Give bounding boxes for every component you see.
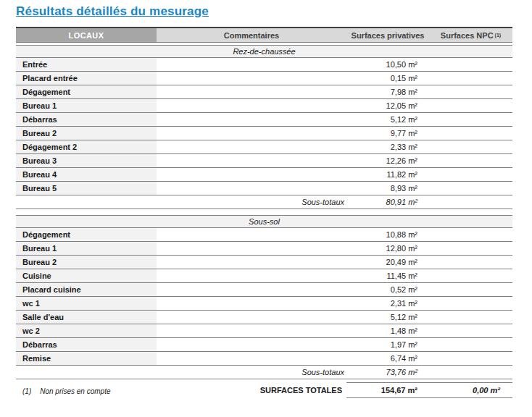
comment-cell xyxy=(157,140,346,153)
table-body: Rez-de-chausséeEntrée10,50 m²Placard ent… xyxy=(16,45,512,379)
room-label: Bureau 2 xyxy=(16,256,157,269)
comment-cell xyxy=(157,324,346,337)
surface-privative-value: 11,82 m² xyxy=(346,168,429,181)
room-label: Bureau 1 xyxy=(16,99,157,112)
comment-cell xyxy=(157,58,346,71)
table-row: Cuisine11,45 m² xyxy=(16,269,512,283)
surface-privative-value: 9,77 m² xyxy=(346,127,429,140)
subtotal-value: 80,91 m² xyxy=(346,195,429,208)
surface-npc-value xyxy=(429,283,512,296)
comment-cell xyxy=(157,256,346,269)
measurement-table: LOCAUX Commentaires Surfaces privatives … xyxy=(16,27,512,379)
surface-npc-value xyxy=(429,338,512,351)
comment-cell xyxy=(157,168,346,181)
surface-privative-value: 8,93 m² xyxy=(346,182,429,195)
column-header-surfaces-privatives: Surfaces privatives xyxy=(346,28,429,42)
table-header-row: LOCAUX Commentaires Surfaces privatives … xyxy=(16,27,512,43)
room-label: Placard entrée xyxy=(16,72,157,85)
surface-privative-value: 5,12 m² xyxy=(346,113,429,126)
room-label: Dégagement 2 xyxy=(16,140,157,153)
surface-npc-value xyxy=(429,113,512,126)
surface-npc-value xyxy=(429,127,512,140)
subtotal-label: Sous-totaux xyxy=(157,195,346,208)
comment-cell xyxy=(157,269,346,282)
surface-npc-value xyxy=(429,297,512,310)
room-label: Bureau 5 xyxy=(16,182,157,195)
column-header-commentaires: Commentaires xyxy=(157,28,346,42)
table-row: Dégagement7,98 m² xyxy=(16,85,512,99)
table-row: Placard cuisine0,52 m² xyxy=(16,283,512,297)
room-label: Cuisine xyxy=(16,269,157,282)
total-surfaces-npc: 0,00 m² xyxy=(429,386,512,395)
table-row: wc 21,48 m² xyxy=(16,324,512,338)
subtotal-npc-value xyxy=(429,195,512,208)
surface-npc-value xyxy=(429,324,512,337)
table-row: Bureau 112,05 m² xyxy=(16,99,512,113)
surface-privative-value: 0,15 m² xyxy=(346,72,429,85)
surface-privative-value: 0,52 m² xyxy=(346,283,429,296)
table-row: Débarras1,97 m² xyxy=(16,338,512,352)
section-header: Sous-sol xyxy=(16,215,512,228)
room-label: Bureau 2 xyxy=(16,127,157,140)
subtotal-label: Sous-totaux xyxy=(157,366,346,379)
table-row: Bureau 29,77 m² xyxy=(16,127,512,140)
totals-label: SURFACES TOTALES xyxy=(16,386,346,395)
comment-cell xyxy=(157,242,346,255)
comment-cell xyxy=(157,182,346,195)
room-label: Dégagement xyxy=(16,228,157,241)
table-row: Dégagement 22,33 m² xyxy=(16,140,512,154)
table-row: Placard entrée0,15 m² xyxy=(16,72,512,85)
surface-privative-value: 11,45 m² xyxy=(346,269,429,282)
surface-privative-value: 10,88 m² xyxy=(346,228,429,241)
room-label: Dégagement xyxy=(16,85,157,98)
section-header: Rez-de-chaussée xyxy=(16,45,512,58)
subtotal-spacer xyxy=(16,366,157,379)
subtotal-row: Sous-totaux73,76 m² xyxy=(16,366,512,379)
surface-npc-value xyxy=(429,269,512,282)
comment-cell xyxy=(157,72,346,85)
column-header-surfaces-npc: Surfaces NPC(1) xyxy=(429,28,512,42)
table-row: Débarras5,12 m² xyxy=(16,113,512,127)
comment-cell xyxy=(157,113,346,126)
column-header-locaux: LOCAUX xyxy=(16,28,157,42)
surface-npc-value xyxy=(429,228,512,241)
surface-npc-value xyxy=(429,242,512,255)
room-label: wc 2 xyxy=(16,324,157,337)
surface-npc-value xyxy=(429,72,512,85)
surface-npc-value xyxy=(429,58,512,71)
table-row: wc 12,31 m² xyxy=(16,297,512,311)
comment-cell xyxy=(157,283,346,296)
table-row: Bureau 220,49 m² xyxy=(16,256,512,269)
surface-privative-value: 2,31 m² xyxy=(346,297,429,310)
comment-cell xyxy=(157,297,346,310)
comment-cell xyxy=(157,154,346,167)
surface-privative-value: 1,97 m² xyxy=(346,338,429,351)
surface-npc-value xyxy=(429,85,512,98)
surface-npc-value xyxy=(429,352,512,365)
room-label: Remise xyxy=(16,352,157,365)
room-label: wc 1 xyxy=(16,297,157,310)
subtotal-spacer xyxy=(16,195,157,208)
comment-cell xyxy=(157,99,346,112)
comment-cell xyxy=(157,352,346,365)
surface-privative-value: 7,98 m² xyxy=(346,85,429,98)
surface-npc-value xyxy=(429,154,512,167)
surface-privative-value: 12,26 m² xyxy=(346,154,429,167)
totals-row: SURFACES TOTALES 154,67 m² 0,00 m² xyxy=(16,382,512,398)
comment-cell xyxy=(157,228,346,241)
room-label: Débarras xyxy=(16,338,157,351)
table-row: Salle d'eau5,12 m² xyxy=(16,311,512,324)
room-label: Bureau 4 xyxy=(16,168,157,181)
table-row: Bureau 112,80 m² xyxy=(16,242,512,256)
subtotal-npc-value xyxy=(429,366,512,379)
table-row: Entrée10,50 m² xyxy=(16,58,512,72)
totals-values-box: 154,67 m² 0,00 m² xyxy=(346,382,512,398)
subtotal-value: 73,76 m² xyxy=(346,366,429,379)
room-label: Salle d'eau xyxy=(16,311,157,324)
table-row: Dégagement10,88 m² xyxy=(16,228,512,242)
room-label: Bureau 3 xyxy=(16,154,157,167)
surface-npc-value xyxy=(429,256,512,269)
table-row: Remise6,74 m² xyxy=(16,352,512,366)
surface-privative-value: 1,48 m² xyxy=(346,324,429,337)
surface-npc-value xyxy=(429,99,512,112)
